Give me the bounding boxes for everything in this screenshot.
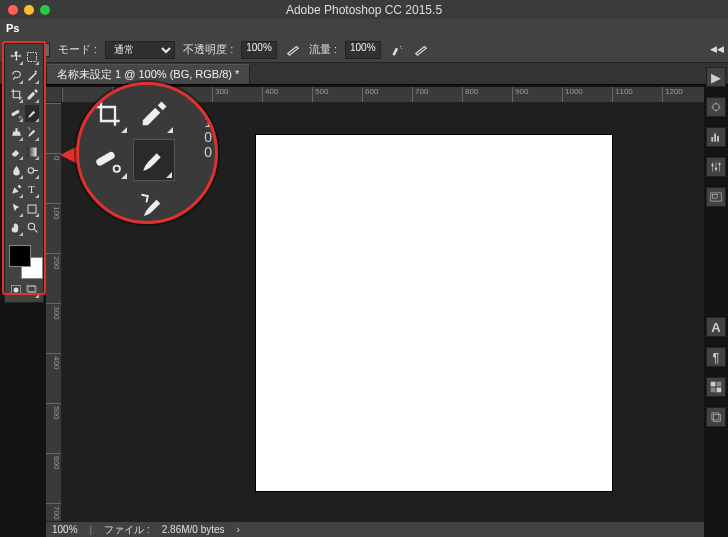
svg-point-20 xyxy=(711,164,713,166)
document-tab-strip: 名称未設定 1 @ 100% (BG, RGB/8) * xyxy=(0,63,728,85)
rectangle-tool[interactable] xyxy=(25,200,39,217)
status-bar: 100% | ファイル : 2.86M/0 bytes › xyxy=(46,521,704,537)
zoomed-eyedropper-tool-icon xyxy=(133,93,175,135)
flow-value[interactable]: 100% xyxy=(345,41,381,59)
svg-rect-19 xyxy=(717,136,719,142)
separator: | xyxy=(90,524,93,535)
opacity-label: 不透明度 : xyxy=(183,42,233,57)
flow-label: 流量 : xyxy=(309,42,337,57)
svg-point-32 xyxy=(114,166,120,172)
gradient-tool[interactable] xyxy=(25,143,39,160)
marquee-tool[interactable] xyxy=(25,48,39,65)
menu-bar: Ps xyxy=(0,19,728,37)
svg-rect-26 xyxy=(717,382,722,387)
svg-point-21 xyxy=(715,168,717,170)
svg-rect-18 xyxy=(714,134,716,142)
blend-mode-select[interactable]: 通常 xyxy=(105,41,175,59)
blur-tool[interactable] xyxy=(9,162,23,179)
tools-panel: T xyxy=(4,43,44,303)
svg-text:T: T xyxy=(28,183,35,195)
foreground-color-swatch[interactable] xyxy=(9,245,31,267)
swatches-panel-icon[interactable] xyxy=(706,377,726,397)
svg-rect-28 xyxy=(717,388,722,393)
svg-point-1 xyxy=(401,47,402,48)
magic-wand-tool[interactable] xyxy=(25,67,39,84)
tablet-pressure-icon[interactable] xyxy=(413,42,429,58)
eraser-tool[interactable] xyxy=(9,143,23,160)
close-window-button[interactable] xyxy=(8,5,18,15)
zoom-tool[interactable] xyxy=(25,219,39,236)
color-swatches[interactable] xyxy=(9,245,43,279)
ps-logo: Ps xyxy=(6,22,19,34)
svg-rect-7 xyxy=(33,170,38,171)
minimize-window-button[interactable] xyxy=(24,5,34,15)
file-size-value: 2.86M/0 bytes xyxy=(162,524,225,535)
layers-panel-icon[interactable] xyxy=(706,407,726,427)
paragraph-panel-icon[interactable]: ¶ xyxy=(706,347,726,367)
eyedropper-tool[interactable] xyxy=(25,86,39,103)
lasso-tool[interactable] xyxy=(9,67,23,84)
dodge-tool[interactable] xyxy=(25,162,39,179)
move-tool[interactable] xyxy=(9,48,23,65)
options-bar: モード : 通常 不透明度 : 100% 流量 : 100% xyxy=(0,37,728,63)
svg-rect-2 xyxy=(28,52,37,61)
right-dock: ▶ A ¶ xyxy=(706,43,726,427)
navigator-panel-icon[interactable] xyxy=(706,187,726,207)
screenmode-button[interactable] xyxy=(25,281,39,298)
app-title: Adobe Photoshop CC 2015.5 xyxy=(0,3,728,17)
svg-point-22 xyxy=(718,163,720,165)
zoomed-history-brush-tool-icon xyxy=(133,185,175,224)
color-panel-icon[interactable] xyxy=(706,97,726,117)
airbrush-icon[interactable] xyxy=(389,42,405,58)
svg-rect-29 xyxy=(712,413,719,420)
ruler-origin[interactable] xyxy=(46,87,62,103)
status-chevron-icon[interactable]: › xyxy=(237,524,240,535)
opacity-value[interactable]: 100% xyxy=(241,41,277,59)
blend-mode-label: モード : xyxy=(58,42,97,57)
svg-point-0 xyxy=(399,45,400,46)
path-select-tool[interactable] xyxy=(9,200,23,217)
window-titlebar: Adobe Photoshop CC 2015.5 xyxy=(0,0,728,19)
quickmask-button[interactable] xyxy=(9,281,23,298)
type-tool[interactable]: T xyxy=(25,181,39,198)
document-tab[interactable]: 名称未設定 1 @ 100% (BG, RGB/8) * xyxy=(46,64,250,84)
svg-rect-31 xyxy=(95,151,116,167)
svg-rect-9 xyxy=(28,205,36,213)
svg-rect-25 xyxy=(711,382,716,387)
zoomed-healing-brush-tool-icon xyxy=(87,139,129,181)
traffic-lights xyxy=(0,5,50,15)
opacity-pressure-icon[interactable] xyxy=(285,42,301,58)
hand-tool[interactable] xyxy=(9,219,23,236)
svg-rect-17 xyxy=(711,137,713,142)
character-panel-icon[interactable]: A xyxy=(706,317,726,337)
svg-rect-30 xyxy=(714,415,721,422)
svg-point-10 xyxy=(28,223,35,230)
crop-tool[interactable] xyxy=(9,86,23,103)
brush-tool[interactable] xyxy=(25,105,39,122)
file-size-label: ファイル : xyxy=(104,523,150,537)
histogram-panel-icon[interactable] xyxy=(706,127,726,147)
healing-brush-tool[interactable] xyxy=(9,105,23,122)
svg-rect-5 xyxy=(28,147,37,156)
svg-point-6 xyxy=(28,168,33,173)
adjustments-panel-icon[interactable] xyxy=(706,157,726,177)
maximize-window-button[interactable] xyxy=(40,5,50,15)
svg-rect-24 xyxy=(713,195,718,199)
svg-line-11 xyxy=(34,229,37,232)
svg-rect-27 xyxy=(711,388,716,393)
zoom-level[interactable]: 100% xyxy=(52,524,78,535)
svg-rect-3 xyxy=(10,109,19,116)
zoomed-brush-tool-icon xyxy=(133,139,175,181)
history-brush-tool[interactable] xyxy=(25,124,39,141)
actions-panel-icon[interactable]: ▶ xyxy=(706,67,726,87)
zoomed-ruler-100: 100 xyxy=(204,115,212,160)
ruler-vertical[interactable]: 0100200300400500600700800 xyxy=(46,103,62,521)
pen-tool[interactable] xyxy=(9,181,23,198)
svg-point-13 xyxy=(14,287,19,292)
clone-stamp-tool[interactable] xyxy=(9,124,23,141)
zoomed-ruler-numbers xyxy=(179,139,218,181)
document-canvas[interactable] xyxy=(256,135,612,491)
brush-tool-callout: 100 xyxy=(76,82,218,224)
